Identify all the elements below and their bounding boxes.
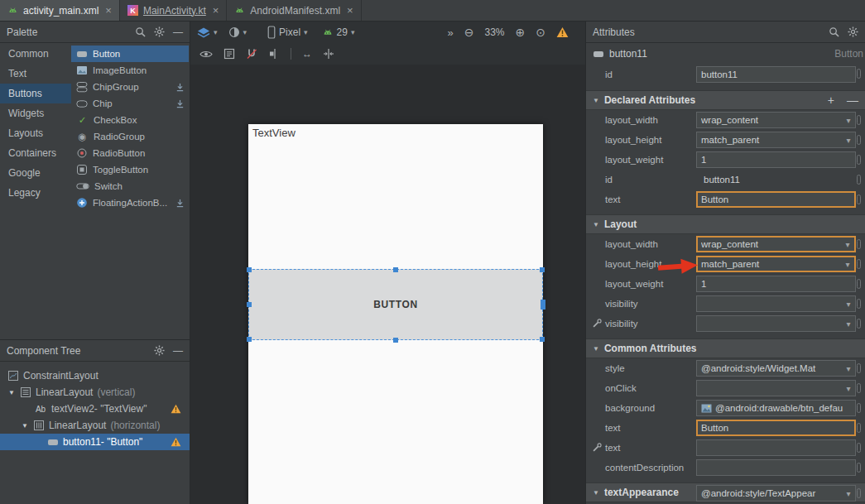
text-field[interactable]: Button: [696, 191, 856, 208]
pin-toggle[interactable]: [857, 194, 861, 204]
palette-item-chip[interactable]: Chip: [71, 95, 189, 112]
gear-icon[interactable]: [154, 26, 165, 37]
tree-item-button11[interactable]: button11- "Button": [0, 434, 190, 450]
palette-item-chipgroup[interactable]: ChipGroup: [71, 79, 189, 95]
layout-weight-field[interactable]: 1: [696, 151, 856, 168]
resize-handle[interactable]: [393, 267, 398, 272]
search-icon[interactable]: [829, 26, 839, 37]
api-level-selector[interactable]: 29 ▾: [322, 26, 355, 38]
palette-item-checkbox[interactable]: ✓ CheckBox: [71, 112, 189, 128]
device-selector[interactable]: Pixel ▾: [267, 26, 308, 39]
layout-width-dropdown[interactable]: wrap_content▾: [696, 112, 856, 128]
download-icon[interactable]: [175, 199, 185, 208]
minimize-icon[interactable]: —: [173, 26, 183, 38]
design-canvas[interactable]: TextView BUTTON: [190, 65, 585, 504]
visibility-dropdown[interactable]: ▾: [696, 295, 856, 312]
palette-item-switch[interactable]: Switch: [71, 178, 189, 194]
resize-handle[interactable]: [247, 267, 252, 272]
pin-toggle[interactable]: [857, 299, 861, 309]
minimize-icon[interactable]: —: [173, 345, 183, 357]
section-common-attributes[interactable]: ▼ Common Attributes: [586, 338, 865, 358]
category-layouts[interactable]: Layouts: [0, 123, 71, 143]
pin-toggle[interactable]: [857, 279, 861, 289]
pin-toggle[interactable]: [857, 69, 861, 79]
pin-toggle[interactable]: [857, 363, 861, 373]
category-google[interactable]: Google: [0, 163, 71, 183]
download-icon[interactable]: [175, 99, 185, 108]
layout-width-dropdown[interactable]: wrap_content▾: [696, 236, 856, 252]
design-surface-selector[interactable]: ▾: [197, 26, 218, 39]
tab-mainactivity-kt[interactable]: K MainActivity.kt ×: [120, 0, 227, 21]
textview-widget[interactable]: TextView: [252, 127, 296, 139]
pin-toggle[interactable]: [857, 403, 861, 413]
pin-toggle[interactable]: [857, 155, 861, 165]
resize-handle[interactable]: [247, 302, 252, 307]
style-dropdown[interactable]: @android:style/Widget.Mat▾: [696, 360, 856, 377]
category-common[interactable]: Common: [0, 44, 71, 64]
expand-icon[interactable]: ▼: [7, 389, 16, 396]
tab-activity-main-xml[interactable]: activity_main.xml ×: [0, 0, 120, 21]
pin-toggle[interactable]: [857, 175, 861, 185]
pin-toggle[interactable]: [857, 463, 861, 473]
pin-toggle[interactable]: [857, 239, 861, 249]
default-margins-icon[interactable]: ↔: [302, 48, 312, 60]
zoom-in-button[interactable]: ⊕: [516, 26, 526, 39]
onclick-dropdown[interactable]: ▾: [696, 380, 856, 396]
tab-androidmanifest-xml[interactable]: AndroidManifest.xml ×: [227, 0, 361, 21]
palette-item-radiogroup[interactable]: ◉ RadioGroup: [71, 128, 189, 145]
tools-text-field[interactable]: [696, 439, 856, 456]
textappearance-dropdown[interactable]: @android:style/TextAppear▾: [696, 485, 856, 502]
close-icon[interactable]: ×: [213, 5, 219, 16]
text-field[interactable]: Button: [696, 420, 856, 436]
autoconnect-magnet-icon[interactable]: [246, 48, 257, 60]
category-containers[interactable]: Containers: [0, 143, 71, 163]
download-icon[interactable]: [175, 83, 185, 92]
section-textappearance[interactable]: ▼ textAppearance @android:style/TextAppe…: [586, 482, 865, 502]
gear-icon[interactable]: [848, 26, 858, 37]
palette-item-radiobutton[interactable]: RadioButton: [71, 145, 189, 161]
section-layout[interactable]: ▼ Layout: [586, 214, 865, 234]
pin-toggle[interactable]: [857, 319, 861, 329]
remove-attribute-button[interactable]: —: [847, 94, 858, 106]
resize-handle[interactable]: [540, 267, 545, 272]
layout-height-dropdown[interactable]: match_parent▾: [696, 256, 856, 272]
blueprint-mode-icon[interactable]: [223, 48, 235, 60]
category-buttons[interactable]: Buttons: [0, 84, 71, 103]
toolbar-overflow-button[interactable]: »: [448, 26, 454, 39]
layout-weight-field[interactable]: 1: [696, 276, 856, 292]
contentdescription-field[interactable]: [696, 459, 856, 476]
resize-handle[interactable]: [541, 300, 545, 310]
tree-item-linearlayout-vertical[interactable]: ▼ LinearLayout(vertical): [0, 384, 190, 401]
category-widgets[interactable]: Widgets: [0, 103, 71, 123]
resize-handle[interactable]: [540, 337, 545, 342]
gear-icon[interactable]: [154, 345, 165, 356]
palette-item-floatingactionbutton[interactable]: FloatingActionB...: [71, 194, 189, 211]
tree-item-textview2[interactable]: Ab textView2- "TextView": [0, 401, 190, 417]
palette-item-button[interactable]: Button: [71, 46, 189, 62]
pin-toggle[interactable]: [857, 115, 861, 125]
zoom-to-fit-button[interactable]: ⊙: [536, 26, 545, 39]
device-screen-preview[interactable]: TextView BUTTON: [248, 124, 543, 504]
category-legacy[interactable]: Legacy: [0, 183, 71, 203]
background-field[interactable]: @android:drawable/btn_defau: [696, 400, 856, 416]
section-declared-attributes[interactable]: ▼ Declared Attributes + —: [586, 90, 865, 110]
id-value[interactable]: button11: [699, 171, 859, 188]
pin-toggle[interactable]: [857, 259, 861, 269]
expand-icon[interactable]: ▼: [21, 422, 29, 430]
tree-item-constraintlayout[interactable]: ConstraintLayout: [0, 367, 190, 384]
resize-handle[interactable]: [393, 338, 398, 343]
pin-toggle[interactable]: [857, 443, 861, 453]
orientation-selector[interactable]: ▾: [228, 26, 247, 38]
resize-handle[interactable]: [247, 337, 252, 342]
zoom-out-button[interactable]: ⊖: [464, 26, 474, 39]
id-field[interactable]: button11: [696, 66, 856, 83]
category-text[interactable]: Text: [0, 64, 71, 84]
search-icon[interactable]: [135, 26, 146, 37]
add-attribute-button[interactable]: +: [828, 94, 834, 106]
warnings-button[interactable]: [556, 26, 569, 38]
pin-toggle[interactable]: [857, 488, 861, 498]
selected-button-widget[interactable]: BUTTON: [248, 269, 543, 340]
pin-toggle[interactable]: [857, 383, 861, 393]
tree-item-linearlayout-horizontal[interactable]: ▼ LinearLayout(horizontal): [0, 417, 190, 434]
close-icon[interactable]: ×: [105, 5, 112, 16]
